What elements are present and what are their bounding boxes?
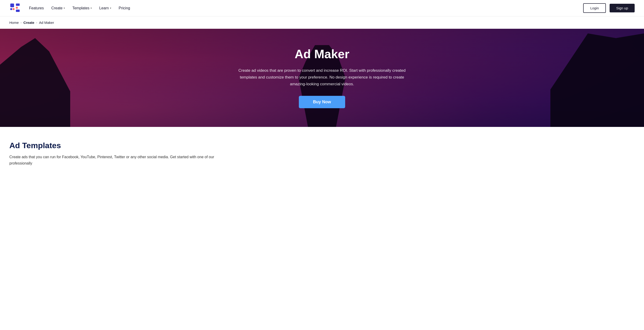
chevron-down-icon-learn: ▾	[110, 7, 111, 9]
nav-label-features: Features	[29, 6, 44, 10]
svg-rect-1	[10, 8, 12, 10]
svg-rect-2	[13, 8, 14, 10]
nav-item-features[interactable]: Features	[29, 6, 44, 10]
ad-templates-section: Ad Templates Create ads that you can run…	[0, 127, 644, 176]
ad-templates-subtitle: Create ads that you can run for Facebook…	[9, 154, 220, 166]
breadcrumb-current: Ad Maker	[39, 20, 54, 24]
nav-link-learn[interactable]: Learn ▾	[99, 6, 111, 10]
login-button[interactable]: Login	[583, 3, 606, 13]
navbar-left: Features Create ▾ Templates ▾ Learn ▾	[9, 2, 130, 14]
logo[interactable]	[9, 2, 20, 14]
nav-label-templates: Templates	[72, 6, 90, 10]
nav-item-templates[interactable]: Templates ▾	[72, 6, 92, 10]
hero-content: Ad Maker Create ad videos that are prove…	[226, 47, 418, 108]
nav-item-create[interactable]: Create ▾	[51, 6, 65, 10]
ad-templates-title: Ad Templates	[9, 141, 635, 150]
breadcrumb-create[interactable]: Create	[24, 20, 34, 24]
nav-label-create: Create	[51, 6, 62, 10]
breadcrumb-home[interactable]: Home	[9, 20, 19, 24]
chevron-down-icon: ▾	[64, 7, 65, 9]
nav-link-pricing[interactable]: Pricing	[119, 6, 130, 10]
breadcrumb: Home › Create › Ad Maker	[0, 16, 644, 29]
breadcrumb-home-label: Home	[9, 20, 19, 24]
hero-section: Ad Maker Create ad videos that are prove…	[0, 29, 644, 127]
navbar-right: Login Sign up	[583, 3, 635, 13]
nav-link-create[interactable]: Create ▾	[51, 6, 65, 10]
breadcrumb-separator-1: ›	[20, 21, 22, 24]
nav-label-pricing: Pricing	[119, 6, 130, 10]
svg-rect-5	[16, 9, 20, 12]
svg-rect-0	[10, 3, 14, 7]
chevron-down-icon-templates: ▾	[90, 7, 92, 9]
signup-button[interactable]: Sign up	[610, 4, 635, 12]
nav-item-learn[interactable]: Learn ▾	[99, 6, 111, 10]
nav-label-learn: Learn	[99, 6, 109, 10]
hero-subtitle: Create ad videos that are proven to conv…	[236, 67, 408, 88]
breadcrumb-separator-2: ›	[36, 21, 37, 24]
svg-rect-3	[16, 3, 20, 6]
buy-now-button[interactable]: Buy Now	[299, 96, 345, 108]
navbar: Features Create ▾ Templates ▾ Learn ▾	[0, 0, 644, 16]
logo-icon	[9, 2, 20, 14]
svg-rect-4	[16, 7, 18, 9]
nav-link-templates[interactable]: Templates ▾	[72, 6, 92, 10]
breadcrumb-create-label: Create	[24, 20, 34, 24]
nav-links: Features Create ▾ Templates ▾ Learn ▾	[29, 6, 130, 10]
nav-link-features[interactable]: Features	[29, 6, 44, 10]
hero-title: Ad Maker	[236, 47, 408, 61]
nav-item-pricing[interactable]: Pricing	[119, 6, 130, 10]
